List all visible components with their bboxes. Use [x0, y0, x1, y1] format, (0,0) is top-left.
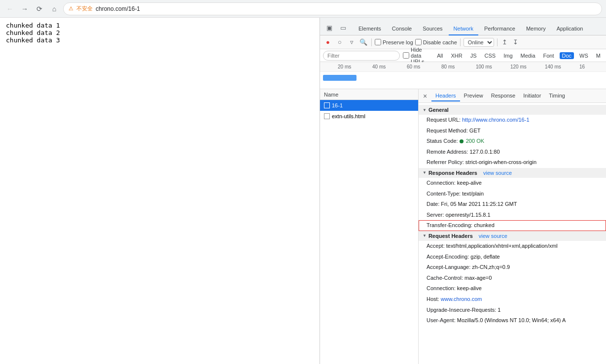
tick-120: 120 ms: [510, 64, 527, 69]
file-list: Name 16-1 extn-utils.html: [320, 89, 419, 364]
content-line-3: chunked data 3: [6, 36, 314, 44]
tick-40: 40 ms: [372, 64, 386, 69]
response-transfer-encoding: Transfer-Encoding: chunked: [419, 220, 606, 231]
general-triangle: ▼: [423, 108, 427, 112]
tick-160: 16: [579, 64, 585, 69]
inspect-icon[interactable]: ▣: [324, 22, 335, 33]
url-text: chrono.com/16-1: [96, 5, 140, 12]
filter-ws-btn[interactable]: WS: [577, 52, 591, 59]
filter-font-btn[interactable]: Font: [541, 52, 557, 59]
general-remote-address: Remote Address: 127.0.0.1:80: [419, 147, 606, 158]
network-throttle-select[interactable]: Online: [463, 38, 494, 47]
tick-20: 20 ms: [338, 64, 351, 69]
tick-140: 140 ms: [545, 64, 561, 69]
request-triangle: ▼: [423, 233, 427, 238]
filter-m-btn[interactable]: M: [594, 52, 603, 59]
request-upgrade-insecure: Upgrade-Insecure-Requests: 1: [419, 305, 606, 316]
filter-doc-btn[interactable]: Doc: [560, 52, 574, 59]
request-accept-language: Accept-Language: zh-CN,zh;q=0.9: [419, 262, 606, 273]
general-request-method: Request Method: GET: [419, 126, 606, 136]
request-accept-encoding: Accept-Encoding: gzip, deflate: [419, 252, 606, 263]
filter-icon[interactable]: ▿: [347, 37, 356, 47]
filter-js-btn[interactable]: JS: [468, 52, 479, 59]
device-icon[interactable]: ▭: [338, 22, 349, 33]
separator-2: [460, 38, 461, 46]
tick-60: 60 ms: [407, 64, 420, 69]
request-headers-section-header[interactable]: ▼ Request Headers view source: [419, 231, 606, 241]
detail-tab-timing[interactable]: Timing: [545, 91, 569, 101]
general-title: General: [428, 107, 449, 113]
response-date: Date: Fri, 05 Mar 2021 11:25:12 GMT: [419, 199, 606, 210]
timeline-ruler: 20 ms 40 ms 60 ms 80 ms 100 ms 120 ms 14…: [320, 62, 606, 72]
tab-memory[interactable]: Memory: [521, 23, 551, 35]
browser-toolbar: ← → ⟳ ⌂ ⚠ 不安全 chrono.com/16-1: [0, 0, 606, 18]
detail-tab-initiator[interactable]: Initiator: [519, 91, 545, 101]
devtools-panel: ▣ ▭ Elements Console Sources Network Per…: [320, 18, 606, 364]
filter-all-btn[interactable]: All: [434, 52, 445, 59]
filter-input[interactable]: [323, 51, 400, 61]
content-line-2: chunked data 2: [6, 29, 314, 36]
request-accept: Accept: text/html,application/xhtml+xml,…: [419, 241, 606, 252]
reload-button[interactable]: ⟳: [34, 3, 45, 15]
request-cache-control: Cache-Control: max-age=0: [419, 273, 606, 284]
file-list-header: Name: [320, 89, 418, 100]
response-view-source[interactable]: view source: [483, 170, 512, 176]
general-referrer-policy: Referrer Policy: strict-origin-when-cros…: [419, 157, 606, 168]
response-server: Server: openresty/1.15.8.1: [419, 210, 606, 221]
tab-performance[interactable]: Performance: [479, 23, 520, 35]
devtools-top-tabs: ▣ ▭ Elements Console Sources Network Per…: [320, 18, 606, 35]
detail-tab-headers[interactable]: Headers: [431, 91, 460, 101]
preserve-log-label[interactable]: Preserve log: [375, 39, 413, 45]
separator-3: [497, 38, 498, 46]
clear-button[interactable]: ○: [335, 37, 345, 47]
tick-80: 80 ms: [441, 64, 455, 69]
page-content: chunked data 1 chunked data 2 chunked da…: [0, 18, 320, 364]
request-connection: Connection: keep-alive: [419, 283, 606, 294]
detail-tab-response[interactable]: Response: [487, 91, 520, 101]
request-user-agent: User-Agent: Mozilla/5.0 (Windows NT 10.0…: [419, 315, 606, 326]
file-item-extn-utils[interactable]: extn-utils.html: [320, 111, 418, 122]
filter-media-btn[interactable]: Media: [518, 52, 538, 59]
tab-console[interactable]: Console: [387, 23, 417, 35]
filter-bar: Hide data URLs All XHR JS CSS Img Media …: [320, 49, 606, 62]
request-headers-title: Request Headers: [428, 233, 473, 239]
general-status-code: Status Code: 200 OK: [419, 136, 606, 147]
status-dot: [460, 139, 463, 143]
detail-tab-preview[interactable]: Preview: [460, 91, 487, 101]
disable-cache-checkbox[interactable]: [415, 39, 422, 45]
request-host: Host: www.chrono.com: [419, 294, 606, 305]
close-details-button[interactable]: ×: [421, 92, 429, 100]
record-button[interactable]: ●: [323, 37, 333, 47]
back-button[interactable]: ←: [4, 3, 16, 15]
request-view-source[interactable]: view source: [479, 233, 507, 239]
response-headers-section-header[interactable]: ▼ Response Headers view source: [419, 168, 606, 178]
tab-elements[interactable]: Elements: [354, 23, 386, 35]
content-line-1: chunked data 1: [6, 22, 314, 29]
preserve-log-checkbox[interactable]: [375, 39, 381, 45]
disable-cache-label[interactable]: Disable cache: [415, 39, 457, 45]
security-icon: ⚠: [69, 5, 73, 12]
filter-xhr-btn[interactable]: XHR: [449, 52, 465, 59]
tab-sources[interactable]: Sources: [418, 23, 447, 35]
response-headers-title: Response Headers: [428, 170, 477, 176]
forward-button[interactable]: →: [19, 3, 31, 15]
home-button[interactable]: ⌂: [48, 3, 60, 15]
address-bar[interactable]: ⚠ 不安全 chrono.com/16-1: [63, 2, 602, 15]
timeline: 20 ms 40 ms 60 ms 80 ms 100 ms 120 ms 14…: [320, 62, 606, 89]
hide-data-urls-checkbox[interactable]: [403, 52, 409, 59]
download-button[interactable]: ↧: [511, 38, 520, 47]
filter-img-btn[interactable]: Img: [501, 52, 515, 59]
response-content-type: Content-Type: text/plain: [419, 189, 606, 199]
upload-button[interactable]: ↥: [500, 38, 509, 47]
network-body: Name 16-1 extn-utils.html × Headers Prev…: [320, 89, 606, 364]
file-item-16-1[interactable]: 16-1: [320, 100, 418, 111]
file-icon-16-1: [324, 102, 330, 108]
timeline-bar-16-1: [323, 75, 356, 81]
timeline-bar-area: [320, 72, 606, 89]
tab-network[interactable]: Network: [449, 23, 478, 35]
search-button[interactable]: 🔍: [358, 37, 368, 47]
tab-application[interactable]: Application: [552, 23, 588, 35]
headers-content: ▼ General Request URL: http://www.chrono…: [419, 103, 606, 328]
general-section-header[interactable]: ▼ General: [419, 105, 606, 115]
filter-css-btn[interactable]: CSS: [482, 52, 499, 59]
